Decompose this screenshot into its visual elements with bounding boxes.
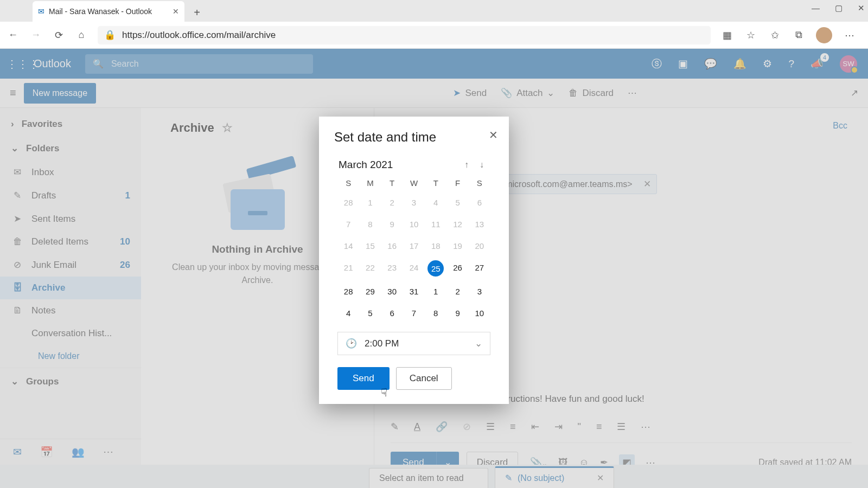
calendar-day[interactable]: 6 [381, 306, 403, 320]
calendar-day: 22 [359, 260, 381, 274]
calendar-grid: SMTWTFS281234567891011121314151617181920… [337, 178, 490, 320]
calendar-day: 16 [381, 239, 403, 253]
day-of-week: T [425, 178, 446, 188]
lock-icon: 🔒 [104, 29, 116, 41]
calendar-day[interactable]: 25 [427, 260, 444, 277]
refresh-icon[interactable]: ⟳ [52, 29, 65, 41]
month-label: March 2021 [339, 159, 459, 171]
next-month-icon[interactable]: ↓ [474, 160, 489, 170]
day-of-week: T [381, 178, 403, 188]
menu-icon[interactable]: ⋯ [843, 29, 856, 41]
day-of-week: S [469, 178, 490, 188]
calendar-day[interactable]: 5 [359, 306, 381, 320]
calendar-day: 18 [425, 239, 446, 253]
close-window-icon[interactable]: ✕ [858, 3, 865, 13]
schedule-send-dialog: Set date and time ✕ March 2021 ↑ ↓ SMTWT… [319, 117, 509, 404]
calendar-day: 1 [359, 195, 381, 209]
day-of-week: F [446, 178, 468, 188]
home-icon[interactable]: ⌂ [75, 29, 88, 41]
cursor-icon: ☟ [381, 386, 387, 399]
extensions-icon[interactable]: ▦ [720, 29, 733, 41]
calendar-day[interactable]: 31 [403, 284, 425, 298]
calendar-day: 15 [359, 239, 381, 253]
calendar-day[interactable]: 4 [337, 306, 359, 320]
calendar-day[interactable]: 8 [425, 306, 446, 320]
new-tab-button[interactable]: + [188, 3, 206, 22]
dialog-title: Set date and time [334, 130, 494, 145]
calendar-day: 8 [359, 217, 381, 231]
calendar-day: 20 [469, 239, 490, 253]
calendar-day: 17 [403, 239, 425, 253]
calendar-day[interactable]: 10 [469, 306, 490, 320]
calendar-day: 10 [403, 217, 425, 231]
outlook-favicon-icon: ✉ [38, 7, 44, 16]
calendar-day[interactable]: 3 [469, 284, 490, 298]
calendar-day[interactable]: 30 [381, 284, 403, 298]
calendar-day: 2 [381, 195, 403, 209]
favorite-icon[interactable]: ☆ [744, 29, 757, 41]
calendar-day[interactable]: 1 [425, 284, 446, 298]
back-icon[interactable]: ← [7, 29, 20, 41]
minimize-icon[interactable]: ― [812, 3, 820, 13]
calendar-day: 14 [337, 239, 359, 253]
browser-chrome: ― ▢ ✕ ✉ Mail - Sara Wanasek - Outlook ✕ … [0, 0, 868, 49]
calendar-day: 19 [446, 239, 468, 253]
calendar-day[interactable]: 27 [469, 260, 490, 274]
calendar-day: 3 [403, 195, 425, 209]
calendar-day[interactable]: 26 [446, 260, 468, 274]
clock-icon: 🕑 [346, 338, 357, 349]
calendar-day: 11 [425, 217, 446, 231]
close-tab-icon[interactable]: ✕ [173, 7, 179, 16]
prev-month-icon[interactable]: ↑ [459, 160, 474, 170]
day-of-week: W [403, 178, 425, 188]
calendar-day[interactable]: 28 [337, 284, 359, 298]
tab-title: Mail - Sara Wanasek - Outlook [49, 7, 152, 16]
browser-tab[interactable]: ✉ Mail - Sara Wanasek - Outlook ✕ [33, 1, 184, 22]
forward-icon[interactable]: → [29, 29, 42, 41]
calendar-day: 23 [381, 260, 403, 274]
profile-avatar[interactable] [816, 27, 832, 43]
calendar-day: 9 [381, 217, 403, 231]
maximize-icon[interactable]: ▢ [835, 3, 843, 13]
calendar-day: 5 [446, 195, 468, 209]
dialog-cancel-button[interactable]: Cancel [396, 367, 452, 390]
url-text: https://outlook.office.com/mail/archive [122, 30, 276, 41]
day-of-week: M [359, 178, 381, 188]
chevron-down-icon: ⌄ [475, 338, 482, 349]
calendar-day: 21 [337, 260, 359, 274]
calendar-day[interactable]: 7 [403, 306, 425, 320]
calendar-day[interactable]: 2 [446, 284, 468, 298]
address-bar[interactable]: 🔒 https://outlook.office.com/mail/archiv… [98, 26, 711, 44]
close-dialog-icon[interactable]: ✕ [489, 129, 498, 142]
window-controls: ― ▢ ✕ [812, 3, 865, 13]
calendar-day[interactable]: 9 [446, 306, 468, 320]
calendar-day: 4 [425, 195, 446, 209]
collections-icon[interactable]: ⧉ [792, 29, 805, 41]
calendar-day: 13 [469, 217, 490, 231]
calendar-day: 24 [403, 260, 425, 274]
favorites-bar-icon[interactable]: ✩ [768, 29, 781, 41]
calendar-day: 7 [337, 217, 359, 231]
calendar-day: 12 [446, 217, 468, 231]
time-picker[interactable]: 🕑 2:00 PM ⌄ [337, 332, 490, 355]
day-of-week: S [337, 178, 359, 188]
time-value: 2:00 PM [365, 338, 399, 349]
calendar-day[interactable]: 29 [359, 284, 381, 298]
calendar-day: 6 [469, 195, 490, 209]
calendar-day: 28 [337, 195, 359, 209]
